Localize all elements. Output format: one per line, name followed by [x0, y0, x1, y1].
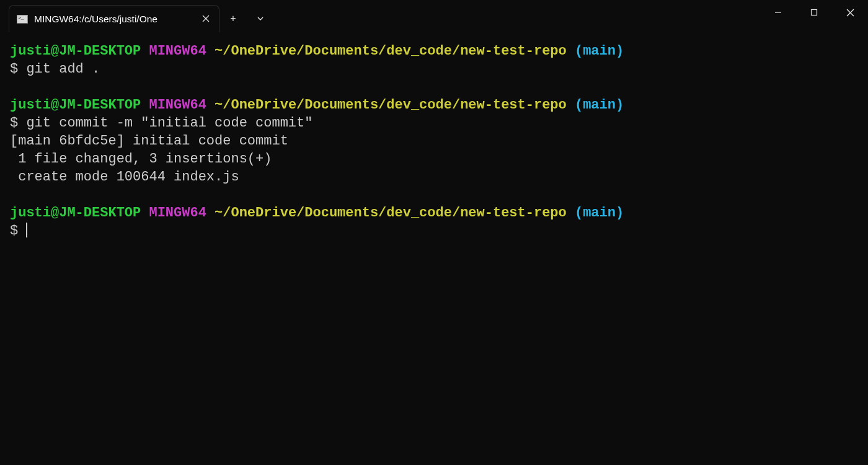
- maximize-button[interactable]: [796, 0, 832, 25]
- close-window-button[interactable]: [832, 0, 868, 25]
- prompt-user-host: justi@JM-DESKTOP: [10, 205, 141, 221]
- new-tab-button[interactable]: +: [219, 5, 247, 32]
- prompt-user-host: justi@JM-DESKTOP: [10, 43, 141, 59]
- terminal-viewport[interactable]: justi@JM-DESKTOP MINGW64 ~/OneDrive/Docu…: [0, 35, 868, 465]
- prompt-branch: (main): [575, 205, 624, 221]
- maximize-icon: [810, 9, 818, 16]
- tab-action-group: +: [219, 5, 274, 32]
- output-line: [main 6bfdc5e] initial code commit: [10, 132, 858, 150]
- prompt-user-host: justi@JM-DESKTOP: [10, 97, 141, 113]
- title-bar: >_ MINGW64:/c/Users/justi/One +: [0, 0, 868, 35]
- prompt-branch: (main): [575, 43, 624, 59]
- tab-title: MINGW64:/c/Users/justi/One: [34, 14, 194, 25]
- command-text: git commit -m "initial code commit": [18, 115, 312, 131]
- prompt-line: justi@JM-DESKTOP MINGW64 ~/OneDrive/Docu…: [10, 204, 858, 222]
- terminal-icon: >_: [17, 15, 28, 24]
- svg-rect-3: [812, 10, 817, 16]
- blank-line: [10, 78, 858, 96]
- prompt-line: justi@JM-DESKTOP MINGW64 ~/OneDrive/Docu…: [10, 42, 858, 60]
- tab-dropdown-button[interactable]: [247, 5, 274, 32]
- prompt-shell: MINGW64: [149, 97, 206, 113]
- prompt-path: ~/OneDrive/Documents/dev_code/new-test-r…: [215, 97, 567, 113]
- blank-line: [10, 186, 858, 204]
- output-line: 1 file changed, 3 insertions(+): [10, 150, 858, 168]
- command-line: $: [10, 222, 858, 240]
- prompt-path: ~/OneDrive/Documents/dev_code/new-test-r…: [215, 43, 567, 59]
- tab-active[interactable]: >_ MINGW64:/c/Users/justi/One: [9, 5, 219, 32]
- prompt-branch: (main): [575, 97, 624, 113]
- prompt-shell: MINGW64: [149, 43, 206, 59]
- command-line: $ git commit -m "initial code commit": [10, 114, 858, 132]
- command-text: git add .: [18, 61, 100, 77]
- cursor: [26, 223, 27, 237]
- output-line: create mode 100644 index.js: [10, 168, 858, 186]
- prompt-line: justi@JM-DESKTOP MINGW64 ~/OneDrive/Docu…: [10, 96, 858, 114]
- command-text: [18, 223, 26, 239]
- window-controls: [760, 0, 868, 25]
- minimize-icon: [774, 9, 782, 16]
- prompt-path: ~/OneDrive/Documents/dev_code/new-test-r…: [215, 205, 567, 221]
- chevron-down-icon: [257, 15, 264, 22]
- minimize-button[interactable]: [760, 0, 796, 25]
- command-line: $ git add .: [10, 60, 858, 78]
- close-tab-button[interactable]: [200, 14, 211, 24]
- prompt-shell: MINGW64: [149, 205, 206, 221]
- close-icon: [202, 15, 210, 22]
- close-icon: [846, 9, 854, 17]
